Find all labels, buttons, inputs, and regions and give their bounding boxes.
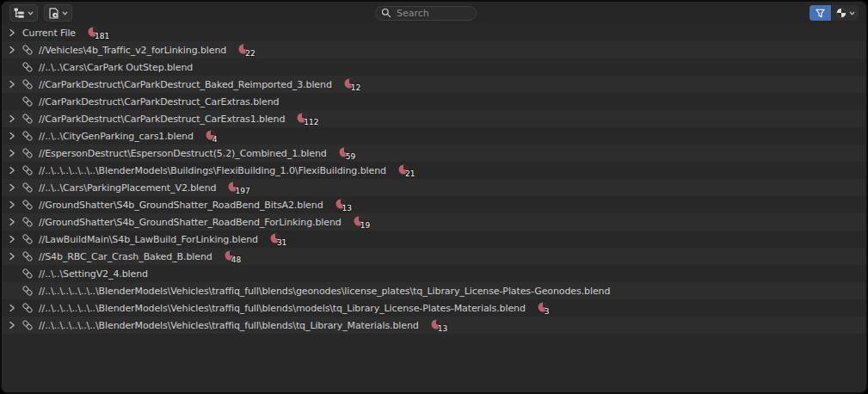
blend-file-icon bbox=[47, 7, 60, 20]
file-path-label: //GroundShatter\S4b_GroundShatter_RoadBe… bbox=[39, 200, 323, 211]
file-path-label: //CarParkDestruct\CarParkDestruct_CarExt… bbox=[39, 96, 279, 108]
editor-type-dropdown[interactable] bbox=[9, 4, 38, 22]
datablock-count-badge: 59 bbox=[339, 147, 355, 157]
expand-chevron-icon[interactable] bbox=[7, 303, 17, 313]
blend-file-row[interactable]: //..\..\Cars\CarPark OutStep.blend bbox=[2, 58, 866, 76]
file-path-label: //..\..\..\..\..\..\BlenderModels\Vehicl… bbox=[39, 286, 610, 297]
library-link-icon bbox=[22, 216, 34, 228]
blend-file-row[interactable]: //..\..\..\..\..\..\BlenderModels\Vehicl… bbox=[2, 299, 866, 317]
search-input[interactable] bbox=[397, 8, 471, 19]
library-link-icon bbox=[22, 199, 34, 211]
count-value: 13 bbox=[342, 204, 352, 212]
expand-chevron-icon[interactable] bbox=[7, 217, 17, 227]
file-path-label: //EspersonDestruct\EspersonDestruct(5.2)… bbox=[39, 148, 327, 159]
expand-chevron-icon[interactable] bbox=[7, 79, 17, 89]
file-path-label: //LawBuildMain\S4b_LawBuild_ForLinking.b… bbox=[39, 234, 258, 245]
blend-file-row[interactable]: //S4b_RBC_Car_Crash_Baked_B.blend 48 bbox=[2, 248, 866, 265]
library-link-icon bbox=[22, 302, 34, 314]
file-path-label: //Vehicles\4b_Traffic_v2_forLinking.blen… bbox=[39, 45, 226, 56]
datablock-count-badge: 181 bbox=[88, 27, 109, 37]
datablock-count-badge: 22 bbox=[238, 44, 255, 54]
chevron-down-icon bbox=[848, 9, 856, 17]
datablock-count-badge: 31 bbox=[270, 233, 286, 243]
count-value: 12 bbox=[351, 83, 360, 92]
expand-chevron-icon[interactable] bbox=[7, 182, 17, 193]
outliner-editor: Current File 181 //Vehicles\4b_Traffic_v… bbox=[2, 2, 866, 392]
blend-file-row[interactable]: //GroundShatter\S4b_GroundShatter_RoadBe… bbox=[2, 196, 866, 213]
count-value: 181 bbox=[95, 32, 109, 40]
count-value: 19 bbox=[360, 221, 370, 230]
blend-file-row[interactable]: //..\..\..\..\..\..\BlenderModels\Vehicl… bbox=[2, 317, 866, 334]
library-link-icon bbox=[22, 319, 34, 331]
blend-file-row[interactable]: Current File 181 bbox=[2, 24, 866, 41]
blend-file-row[interactable]: //EspersonDestruct\EspersonDestruct(5.2)… bbox=[2, 145, 866, 162]
expand-chevron-icon[interactable] bbox=[7, 114, 17, 124]
count-value: 21 bbox=[405, 169, 415, 178]
datablock-count-badge: 197 bbox=[228, 182, 249, 192]
blend-file-row[interactable]: //CarParkDestruct\CarParkDestruct_CarExt… bbox=[2, 110, 866, 127]
expand-chevron-icon[interactable] bbox=[7, 251, 17, 262]
datablock-count-badge: 48 bbox=[225, 250, 241, 261]
library-link-icon bbox=[22, 182, 34, 194]
library-link-icon bbox=[22, 147, 34, 159]
display-mode-dropdown[interactable] bbox=[44, 4, 72, 22]
chevron-down-icon bbox=[27, 9, 34, 17]
file-path-label: //S4b_RBC_Car_Crash_Baked_B.blend bbox=[39, 251, 212, 262]
search-box bbox=[375, 6, 477, 21]
expand-chevron-icon[interactable] bbox=[7, 131, 17, 141]
library-link-icon bbox=[22, 44, 34, 56]
library-link-icon bbox=[22, 130, 34, 142]
count-value: 3 bbox=[545, 307, 550, 316]
blend-file-row[interactable]: //..\..\..\..\..\..\BlenderModels\Buildi… bbox=[2, 162, 866, 179]
datablock-count-badge: 4 bbox=[206, 130, 218, 140]
file-path-label: //..\..\Cars\CarPark OutStep.blend bbox=[39, 62, 193, 73]
count-value: 13 bbox=[438, 324, 447, 333]
blend-file-list: Current File 181 //Vehicles\4b_Traffic_v… bbox=[2, 24, 866, 392]
datablock-count-badge: 112 bbox=[297, 113, 318, 123]
blend-file-row[interactable]: //..\..\SettingV2_4.blend bbox=[2, 265, 866, 282]
blend-file-row[interactable]: //CarParkDestruct\CarParkDestruct_Baked_… bbox=[2, 76, 866, 93]
datablock-count-badge: 13 bbox=[336, 199, 352, 209]
count-value: 48 bbox=[231, 255, 241, 264]
file-path-label: Current File bbox=[22, 28, 76, 39]
outliner-tree-icon bbox=[13, 7, 26, 20]
expand-chevron-icon[interactable] bbox=[7, 28, 17, 38]
outliner-panel: Current File 181 //Vehicles\4b_Traffic_v… bbox=[0, 0, 868, 394]
library-link-icon bbox=[22, 61, 34, 73]
file-path-label: //..\..\SettingV2_4.blend bbox=[39, 268, 148, 280]
contrast-sphere-icon bbox=[835, 7, 847, 19]
blend-file-row[interactable]: //LawBuildMain\S4b_LawBuild_ForLinking.b… bbox=[2, 231, 866, 248]
library-link-icon bbox=[22, 113, 34, 125]
blend-file-row[interactable]: //..\..\CityGenParking_cars1.blend 4 bbox=[2, 127, 866, 145]
library-link-icon bbox=[22, 95, 34, 108]
id-type-filter-dropdown[interactable] bbox=[832, 5, 859, 21]
expand-chevron-icon[interactable] bbox=[7, 148, 17, 158]
expand-chevron-icon[interactable] bbox=[7, 45, 17, 55]
datablock-count-badge: 12 bbox=[344, 78, 360, 89]
file-path-label: //..\..\CityGenParking_cars1.blend bbox=[39, 131, 194, 142]
count-value: 112 bbox=[304, 118, 318, 126]
count-value: 31 bbox=[277, 238, 286, 247]
library-link-icon bbox=[22, 233, 34, 245]
count-value: 197 bbox=[235, 187, 249, 195]
blend-file-row[interactable]: //Vehicles\4b_Traffic_v2_forLinking.blen… bbox=[2, 41, 866, 58]
library-link-icon bbox=[22, 268, 34, 280]
blend-file-row[interactable]: //GroundShatter\S4b_GroundShatter_RoadBe… bbox=[2, 213, 866, 231]
filter-toggle-button[interactable] bbox=[810, 5, 831, 21]
expand-chevron-icon[interactable] bbox=[7, 165, 17, 175]
funnel-icon bbox=[815, 8, 826, 19]
blend-file-row[interactable]: //..\..\..\..\..\..\BlenderModels\Vehicl… bbox=[2, 282, 866, 299]
expand-chevron-icon[interactable] bbox=[7, 234, 17, 244]
file-path-label: //..\..\..\..\..\..\BlenderModels\Vehicl… bbox=[39, 303, 526, 314]
count-value: 4 bbox=[212, 135, 218, 144]
expand-chevron-icon[interactable] bbox=[7, 200, 17, 210]
datablock-count-badge: 13 bbox=[431, 319, 447, 329]
blend-file-row[interactable]: //..\..\Cars\ParkingPlacement_V2.blend 1… bbox=[2, 179, 866, 196]
blend-file-row[interactable]: //CarParkDestruct\CarParkDestruct_CarExt… bbox=[2, 93, 866, 110]
search-icon bbox=[381, 8, 391, 18]
file-path-label: //CarParkDestruct\CarParkDestruct_Baked_… bbox=[39, 79, 332, 90]
file-path-label: //..\..\Cars\ParkingPlacement_V2.blend bbox=[39, 182, 216, 194]
datablock-count-badge: 21 bbox=[398, 164, 415, 175]
expand-chevron-icon[interactable] bbox=[7, 320, 17, 330]
library-link-icon bbox=[22, 250, 34, 262]
